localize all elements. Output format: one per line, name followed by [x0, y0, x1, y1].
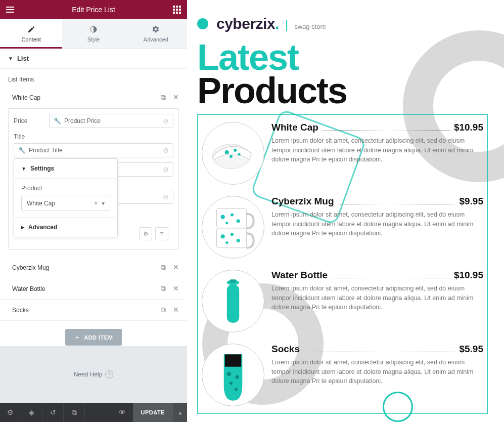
svg-point-11: [225, 222, 228, 225]
preview-icon[interactable]: 👁: [112, 403, 133, 422]
bottom-bar: ⚙ ◈ ↺ ⧉ 👁 UPDATE ▴: [0, 403, 187, 422]
svg-point-22: [236, 375, 239, 379]
tab-advanced-label: Advanced: [144, 36, 168, 43]
chevron-down-icon[interactable]: ▾: [102, 200, 105, 207]
update-label: UPDATE: [141, 409, 165, 415]
settings-icon-button[interactable]: ⚙: [139, 227, 152, 240]
product-select[interactable]: White Cap × ▾: [21, 196, 110, 211]
svg-point-14: [237, 239, 240, 242]
update-button[interactable]: UPDATE: [133, 403, 173, 422]
dotted-leader: [332, 272, 450, 278]
svg-point-13: [231, 233, 234, 236]
svg-point-9: [231, 214, 234, 217]
brand-name: cyberzix.: [216, 15, 279, 32]
heading-line2: Products: [197, 70, 347, 111]
navigator-icon[interactable]: ◈: [21, 403, 42, 422]
duplicate-icon[interactable]: ⧉: [161, 284, 166, 293]
pencil-icon: [27, 25, 35, 33]
svg-rect-7: [216, 229, 246, 248]
dotted-leader: [304, 346, 455, 352]
product-row: Socks $5.95 Lorem ipsum dolor sit amet, …: [202, 344, 483, 406]
add-item-label: ADD ITEM: [84, 334, 113, 341]
brand: cyberzix. | swag store: [197, 15, 504, 32]
close-icon[interactable]: ✕: [173, 263, 179, 272]
panel-settings-icon[interactable]: ⚙: [0, 403, 21, 422]
close-icon[interactable]: ✕: [173, 284, 179, 293]
tab-style[interactable]: Style: [62, 19, 124, 48]
list-item-white-cap[interactable]: White Cap ⧉ ✕: [0, 87, 187, 108]
editor-title: Edit Price List: [72, 6, 115, 14]
product-price: $9.95: [459, 196, 483, 207]
section-title: List: [17, 55, 29, 62]
history-icon[interactable]: ↺: [42, 403, 64, 422]
product-description: Lorem ipsum dolor sit amet, consectetur …: [271, 284, 483, 311]
tab-advanced[interactable]: Advanced: [125, 19, 187, 48]
product-title: Water Bottle: [271, 270, 328, 281]
brand-logo-icon: [197, 18, 208, 29]
tab-style-label: Style: [87, 36, 100, 43]
price-list-widget[interactable]: White Cap $10.95 Lorem ipsum dolor sit a…: [197, 114, 488, 414]
title-label: Title: [14, 133, 173, 140]
title-input-wrap[interactable]: 🔧 ⊘: [14, 143, 173, 157]
list-item-title: Socks: [12, 307, 29, 314]
list-item-water-bottle[interactable]: Water Bottle ⧉✕: [0, 278, 187, 300]
responsive-icon[interactable]: ⧉: [64, 403, 85, 422]
hamburger-menu-icon[interactable]: [6, 5, 14, 14]
title-input[interactable]: [29, 147, 160, 154]
brand-subtitle: swag store: [294, 23, 326, 30]
svg-point-10: [237, 220, 240, 223]
settings-popover: ▼ Settings Product White Cap × ▾: [14, 158, 118, 237]
product-image: [202, 344, 264, 406]
list-item-cyberzix-mug[interactable]: Cyberzix Mug ⧉✕: [0, 257, 187, 278]
brand-divider: |: [285, 18, 288, 32]
close-icon[interactable]: ✕: [173, 93, 179, 102]
plus-icon: ＋: [74, 333, 80, 341]
clear-icon[interactable]: ⊘: [163, 193, 169, 201]
svg-rect-20: [225, 355, 242, 367]
clear-select-icon[interactable]: ×: [94, 200, 98, 207]
product-price: $5.95: [459, 344, 483, 355]
duplicate-icon[interactable]: ⧉: [161, 306, 166, 314]
svg-rect-6: [216, 209, 246, 229]
price-input[interactable]: [64, 117, 160, 124]
clear-icon[interactable]: ⊘: [163, 165, 169, 174]
price-input-wrap[interactable]: 🔧 ⊘: [49, 114, 173, 128]
dotted-leader: [338, 198, 455, 204]
wrench-icon: 🔧: [18, 147, 26, 154]
help-icon: ?: [105, 370, 113, 378]
update-options-toggle[interactable]: ▴: [173, 403, 187, 422]
close-icon[interactable]: ✕: [173, 306, 179, 314]
svg-point-2: [225, 150, 229, 154]
product-title: Socks: [271, 344, 300, 355]
need-help[interactable]: Need Help ?: [0, 346, 187, 403]
list-icon-button[interactable]: ≡: [155, 227, 168, 240]
settings-toggle[interactable]: ▼ Settings: [14, 159, 117, 179]
widgets-grid-icon[interactable]: [173, 6, 181, 14]
clear-icon[interactable]: ⊘: [163, 117, 169, 125]
section-list-toggle[interactable]: ▼ List: [0, 49, 187, 69]
settings-advanced-toggle[interactable]: ▸ Advanced: [14, 217, 117, 237]
contrast-icon: [89, 25, 98, 33]
duplicate-icon[interactable]: ⧉: [161, 93, 166, 102]
product-label: Product: [21, 185, 110, 192]
clear-icon[interactable]: ⊘: [163, 146, 169, 154]
list-item-socks[interactable]: Socks ⧉✕: [0, 300, 187, 321]
dotted-leader: [323, 124, 450, 131]
svg-point-21: [227, 372, 231, 376]
editor-tabs: Content Style Advanced: [0, 19, 187, 49]
add-item-button[interactable]: ＋ ADD ITEM: [65, 329, 122, 346]
editor-header: Edit Price List: [0, 0, 187, 19]
settings-advanced-label: Advanced: [28, 224, 57, 231]
list-item-title: Cyberzix Mug: [12, 264, 49, 271]
product-title: White Cap: [271, 122, 318, 133]
tab-content[interactable]: Content: [0, 19, 62, 48]
caret-right-icon: ▸: [21, 224, 24, 231]
duplicate-icon[interactable]: ⧉: [161, 263, 166, 272]
svg-point-24: [235, 388, 238, 391]
editor-panel: Edit Price List Content Style Advanced ▼…: [0, 0, 187, 422]
svg-rect-18: [228, 294, 238, 315]
list-item-title: White Cap: [12, 94, 40, 101]
svg-point-23: [230, 382, 233, 385]
product-row: Cyberzix Mug $9.95 Lorem ipsum dolor sit…: [202, 196, 483, 259]
product-description: Lorem ipsum dolor sit amet, consectetur …: [271, 358, 483, 385]
